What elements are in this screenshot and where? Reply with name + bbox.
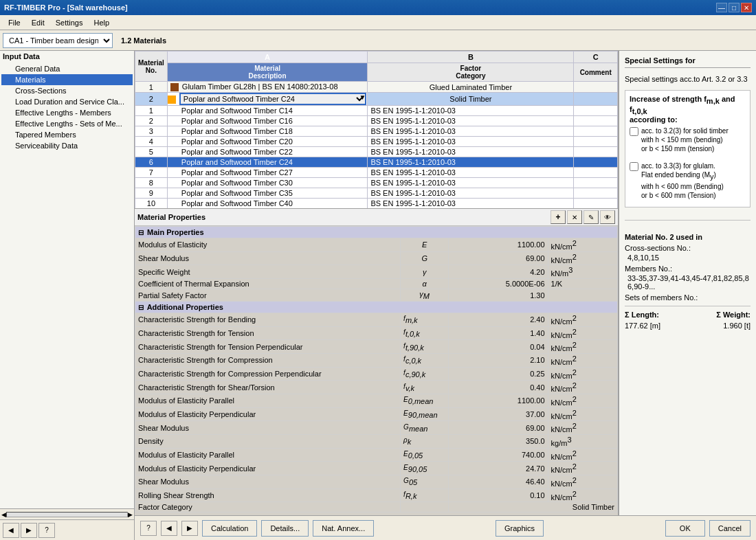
dropdown-row-C35[interactable]: 9 Poplar and Softwood Timber C35 BS EN 1… (135, 188, 618, 199)
prev-icon[interactable]: ◀ (3, 523, 19, 538)
delete-material-button[interactable]: ✕ (567, 210, 582, 224)
dropdown-option-7[interactable]: Poplar and Softwood Timber C27 (167, 168, 368, 178)
dropdown-option-9[interactable]: Poplar and Softwood Timber C35 (167, 188, 368, 199)
design-case-dropdown[interactable]: CA1 - Timber beam design (3, 33, 113, 48)
addprop-name-fmk: Characteristic Strength for Bending (135, 313, 401, 327)
materials-table-container: MaterialNo. A B C MaterialDescription Fa… (135, 51, 618, 209)
dropdown-row-C22[interactable]: 5 Poplar and Softwood Timber C22 BS EN 1… (135, 147, 618, 157)
add-material-button[interactable]: + (551, 210, 566, 224)
details-button[interactable]: Details... (261, 520, 309, 537)
addprop-symbol-rhok: ρk (401, 435, 449, 449)
next-icon[interactable]: ▶ (21, 523, 37, 538)
addprop-name-E005: Modulus of Elasticity Parallel (135, 448, 401, 462)
help-icon-button[interactable]: ? (140, 521, 157, 536)
dropdown-row-C40[interactable]: 10 Poplar and Softwood Timber C40 BS EN … (135, 199, 618, 209)
minimize-button[interactable]: — (716, 3, 727, 12)
menu-bar: File Edit Settings Help (0, 15, 756, 30)
dropdown-row-C24[interactable]: 6 Poplar and Softwood Timber C24 BS EN 1… (135, 157, 618, 168)
menu-edit[interactable]: Edit (26, 17, 50, 28)
addprop-row-fRk: Rolling Shear Strength fR,k 0.10 kN/cm2 (135, 488, 618, 502)
addprop-value-E0mean: 1100.00 (449, 394, 548, 408)
info-icon[interactable]: ? (38, 523, 55, 538)
dropdown-std-5: BS EN 1995-1-1:2010-03 (368, 147, 574, 157)
nav-cross-sections[interactable]: Cross-Sections (1, 85, 133, 96)
nav-materials[interactable]: Materials (1, 74, 133, 85)
graphics-button[interactable]: Graphics (496, 520, 544, 537)
material-row-1[interactable]: 1 Glulam Timber GL28h | BS EN 14080:2013… (135, 82, 618, 93)
dropdown-blank-3 (574, 126, 618, 137)
edit-material-button[interactable]: ✎ (583, 210, 599, 224)
calculation-button[interactable]: Calculation (202, 520, 257, 537)
dropdown-option-4[interactable]: Poplar and Softwood Timber C20 (167, 137, 368, 147)
dropdown-row-C20[interactable]: 4 Poplar and Softwood Timber C20 BS EN 1… (135, 137, 618, 147)
cross-sections-value: 4,8,10,15 (627, 254, 751, 262)
material-no-1: 1 (135, 82, 168, 93)
addprop-row-fc90k: Characteristic Strength for Compression … (135, 367, 618, 381)
dropdown-std-7: BS EN 1995-1-1:2010-03 (368, 168, 574, 178)
dropdown-option-10[interactable]: Poplar and Softwood Timber C40 (167, 199, 368, 209)
close-button[interactable]: ✕ (741, 3, 752, 12)
horizontal-scrollbar[interactable] (6, 512, 128, 517)
menu-help[interactable]: Help (88, 17, 115, 28)
nav-tapered-members[interactable]: Tapered Members (1, 129, 133, 140)
dropdown-row-C14[interactable]: 1 Poplar and Softwood Timber C14 BS EN 1… (135, 106, 618, 116)
dropdown-option-2[interactable]: Poplar and Softwood Timber C16 (167, 116, 368, 126)
material-color-2 (168, 95, 176, 104)
dropdown-option-8[interactable]: Poplar and Softwood Timber C30 (167, 178, 368, 188)
prop-value-G: 69.00 (449, 251, 548, 265)
solid-timber-checkbox[interactable] (630, 127, 638, 136)
dropdown-option-5[interactable]: Poplar and Softwood Timber C22 (167, 147, 368, 157)
addprop-name-rhok: Density (135, 435, 401, 449)
material-dropdown-2[interactable]: Poplar and Softwood Timber C14 Poplar an… (179, 93, 367, 105)
addprop-unit-E005: kN/cm2 (548, 448, 617, 462)
nav-effective-lengths-members[interactable]: Effective Lengths - Members (1, 107, 133, 118)
addprop-value-fvk: 0.40 (449, 381, 548, 394)
addprop-row-fvk: Characteristic Strength for Shear/Torsio… (135, 381, 618, 394)
addprop-unit-E90mean: kN/cm2 (548, 407, 617, 421)
ok-button[interactable]: OK (665, 520, 705, 537)
addprop-value-E90mean: 37.00 (449, 407, 548, 421)
addprop-row-E005: Modulus of Elasticity Parallel E0,05 740… (135, 448, 618, 462)
addprop-symbol-ft90k: ft,90,k (401, 340, 449, 354)
dropdown-row-C27[interactable]: 7 Poplar and Softwood Timber C27 BS EN 1… (135, 168, 618, 178)
view-material-button[interactable]: 👁 (600, 210, 615, 224)
prev-page-button[interactable]: ◀ (161, 521, 177, 536)
glulam-checkbox[interactable] (630, 162, 638, 171)
dropdown-option-3[interactable]: Poplar and Softwood Timber C18 (167, 126, 368, 137)
expand-additional-props[interactable]: ⊟ (138, 304, 145, 311)
maximize-button[interactable]: □ (729, 3, 740, 12)
nav-load-duration[interactable]: Load Duration and Service Cla... (1, 96, 133, 107)
nav-effective-lengths-sets[interactable]: Effective Lengths - Sets of Me... (1, 118, 133, 129)
material-desc-2[interactable]: Poplar and Softwood Timber C14 Poplar an… (167, 93, 368, 106)
material-comment-1 (574, 82, 618, 93)
prop-value-gammaM: 1.30 (449, 289, 548, 301)
next-page-button[interactable]: ▶ (181, 521, 198, 536)
dropdown-option-6[interactable]: Poplar and Softwood Timber C24 (167, 157, 368, 168)
addprop-unit-rhok: kg/m3 (548, 435, 617, 449)
prop-symbol-G: G (401, 251, 449, 265)
material-row-2[interactable]: 2 Poplar and Softwood Timber C14 Poplar … (135, 93, 618, 106)
nav-general-data[interactable]: General Data (1, 63, 133, 74)
left-scrollbar[interactable]: ◀ ▶ (0, 508, 134, 519)
prop-unit-gamma: kN/m3 (548, 265, 617, 279)
dropdown-blank-6 (574, 157, 618, 168)
dropdown-row-C30[interactable]: 8 Poplar and Softwood Timber C30 BS EN 1… (135, 178, 618, 188)
addprop-unit-G05: kN/cm2 (548, 475, 617, 489)
dropdown-no-3: 3 (135, 126, 168, 137)
dropdown-row-C18[interactable]: 3 Poplar and Softwood Timber C18 BS EN 1… (135, 126, 618, 137)
dropdown-std-10: BS EN 1995-1-1:2010-03 (368, 199, 574, 209)
addprop-unit-fc0k: kN/cm2 (548, 354, 617, 368)
cancel-button[interactable]: Cancel (709, 520, 751, 537)
nat-annex-button[interactable]: Nat. Annex... (313, 520, 374, 537)
menu-file[interactable]: File (3, 17, 26, 28)
window-title: RF-TIMBER Pro - [Salt warehouse] (4, 3, 128, 12)
nav-serviceability[interactable]: Serviceability Data (1, 140, 133, 151)
dropdown-option-1[interactable]: Poplar and Softwood Timber C14 (167, 106, 368, 116)
addprop-unit-fRk: kN/cm2 (548, 488, 617, 502)
expand-main-props[interactable]: ⊟ (138, 229, 145, 236)
dropdown-std-8: BS EN 1995-1-1:2010-03 (368, 178, 574, 188)
title-bar-buttons: — □ ✕ (716, 3, 752, 12)
dropdown-row-C16[interactable]: 2 Poplar and Softwood Timber C16 BS EN 1… (135, 116, 618, 126)
prop-unit-E: kN/cm2 (548, 238, 617, 252)
menu-settings[interactable]: Settings (50, 17, 89, 28)
